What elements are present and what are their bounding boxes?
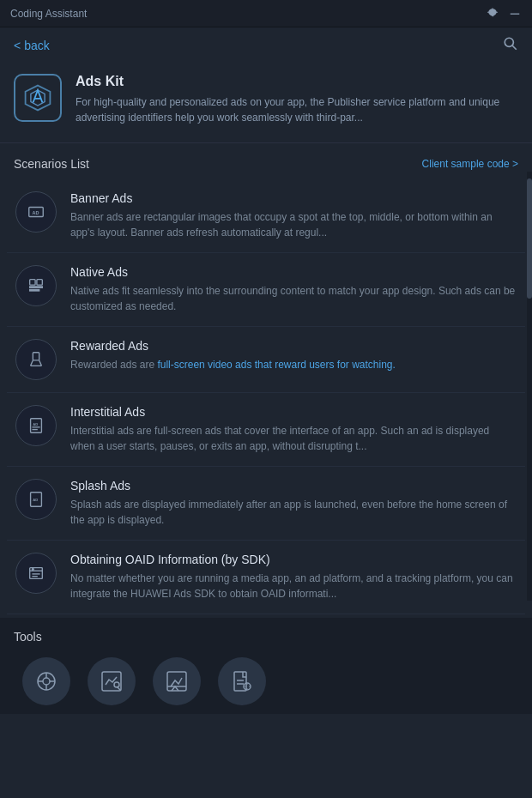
splash-ads-desc: Splash ads are displayed immediately aft… xyxy=(70,497,517,528)
oaid-icon xyxy=(15,553,57,594)
nav-bar: back xyxy=(0,27,532,63)
banner-ads-desc: Banner ads are rectangular images that o… xyxy=(70,209,517,240)
tool-image-chart-icon xyxy=(153,657,201,705)
splash-ads-title: Splash Ads xyxy=(70,479,517,493)
scenarios-list: AD Banner Ads Banner ads are rectangular… xyxy=(0,179,532,614)
scenarios-header: Scenarios List Client sample code > xyxy=(0,143,532,179)
banner-ads-text: Banner Ads Banner ads are rectangular im… xyxy=(70,191,517,240)
svg-rect-12 xyxy=(33,353,39,360)
app-title: Coding Assistant xyxy=(10,8,87,20)
interstitial-ads-title: Interstitial Ads xyxy=(70,405,517,419)
svg-point-1 xyxy=(505,38,513,46)
native-ads-title: Native Ads xyxy=(70,265,517,279)
svg-line-14 xyxy=(39,360,42,366)
scenarios-title: Scenarios List xyxy=(14,157,89,171)
svg-point-24 xyxy=(32,569,33,571)
svg-point-28 xyxy=(43,678,50,685)
tool-item-2[interactable] xyxy=(88,657,136,705)
splash-ads-text: Splash Ads Splash ads are displayed imme… xyxy=(70,479,517,528)
svg-text:AD: AD xyxy=(33,422,38,426)
tool-item-1[interactable] xyxy=(22,657,70,705)
tool-item-3[interactable] xyxy=(153,657,201,705)
settings-icon[interactable] xyxy=(486,7,499,21)
interstitial-ads-text: Interstitial Ads Interstitial ads are fu… xyxy=(70,405,517,454)
rewarded-ads-desc: Rewarded ads are full-screen video ads t… xyxy=(70,357,396,372)
svg-text:AD: AD xyxy=(32,210,39,215)
rewarded-ads-text: Rewarded Ads Rewarded ads are full-scree… xyxy=(70,339,396,372)
oaid-text: Obtaining OAID Information (by SDK) No m… xyxy=(70,553,517,602)
svg-rect-0 xyxy=(511,13,520,14)
oaid-title: Obtaining OAID Information (by SDK) xyxy=(70,553,517,566)
svg-rect-9 xyxy=(37,280,42,285)
minimize-icon[interactable] xyxy=(508,7,522,21)
kit-title: Ads Kit xyxy=(76,74,518,89)
scenario-splash-ads[interactable]: AD Splash Ads Splash ads are displayed i… xyxy=(7,467,525,541)
oaid-desc: No matter whether you are running a medi… xyxy=(70,571,517,602)
tools-title: Tools xyxy=(14,630,518,644)
client-sample-link[interactable]: Client sample code > xyxy=(422,158,518,170)
scenario-interstitial-ads[interactable]: AD Interstitial Ads Interstitial ads are… xyxy=(7,393,525,467)
interstitial-ads-icon: AD xyxy=(15,405,57,446)
svg-line-13 xyxy=(31,360,33,366)
tools-grid xyxy=(14,657,518,705)
kit-logo xyxy=(14,74,62,122)
tool-file-settings-icon xyxy=(218,657,266,705)
kit-header: Ads Kit For high-quality and personalize… xyxy=(0,63,532,143)
scenario-native-ads[interactable]: Native Ads Native ads fit seamlessly int… xyxy=(7,253,525,327)
svg-text:AD: AD xyxy=(33,498,38,502)
splash-ads-icon: AD xyxy=(15,479,57,520)
tool-chart-icon xyxy=(88,657,136,705)
tool-integration-icon xyxy=(22,657,70,705)
scenario-oaid[interactable]: Obtaining OAID Information (by SDK) No m… xyxy=(7,541,525,614)
svg-rect-11 xyxy=(30,290,39,291)
scenario-rewarded-ads[interactable]: Rewarded Ads Rewarded ads are full-scree… xyxy=(7,327,525,393)
native-ads-desc: Native ads fit seamlessly into the surro… xyxy=(70,283,517,314)
title-bar: Coding Assistant xyxy=(0,0,532,27)
native-ads-icon xyxy=(15,265,57,306)
back-button[interactable]: back xyxy=(14,39,50,52)
tools-section: Tools xyxy=(0,618,532,714)
kit-info: Ads Kit For high-quality and personalize… xyxy=(76,74,518,125)
rewarded-ads-title: Rewarded Ads xyxy=(70,339,396,353)
kit-description: For high-quality and personalized ads on… xyxy=(76,94,518,125)
scrollbar-thumb[interactable] xyxy=(527,178,532,299)
banner-ads-icon: AD xyxy=(15,191,57,233)
rewarded-highlight: full-screen video ads that reward users … xyxy=(157,359,395,371)
search-icon[interactable] xyxy=(503,36,518,55)
rewarded-ads-icon xyxy=(15,339,57,380)
interstitial-ads-desc: Interstitial ads are full-screen ads tha… xyxy=(70,423,517,454)
svg-line-2 xyxy=(512,45,517,50)
native-ads-text: Native Ads Native ads fit seamlessly int… xyxy=(70,265,517,314)
scenario-banner-ads[interactable]: AD Banner Ads Banner ads are rectangular… xyxy=(7,179,525,253)
svg-rect-10 xyxy=(30,287,43,287)
svg-rect-8 xyxy=(30,280,35,285)
tool-item-4[interactable] xyxy=(218,657,266,705)
scrollbar-track xyxy=(527,172,532,601)
banner-ads-title: Banner Ads xyxy=(70,191,517,205)
